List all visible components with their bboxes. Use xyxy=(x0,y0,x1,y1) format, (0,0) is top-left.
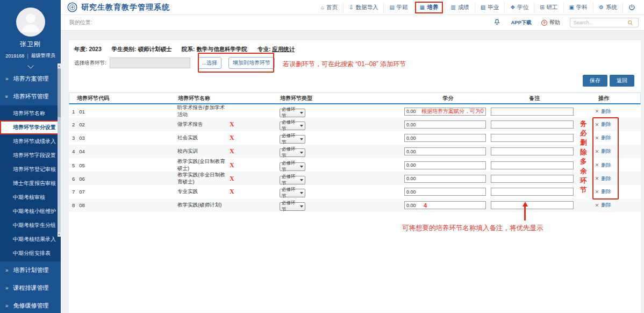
sidebar-subitem-phase-score-entry[interactable]: 培养环节成绩录入 xyxy=(0,134,61,148)
note-input[interactable] xyxy=(491,175,574,183)
save-button[interactable]: 保存 xyxy=(583,75,607,87)
delete-link[interactable]: 删除 xyxy=(601,134,611,141)
sidebar-subitem-midterm-audit[interactable]: 中期考核审核 xyxy=(0,190,61,204)
row-index: 3 xyxy=(72,135,75,141)
note-input[interactable] xyxy=(491,147,574,155)
chevron-right-icon: » xyxy=(5,285,9,291)
nav-item-degree[interactable]: ❖ 学位 xyxy=(504,2,534,13)
chevron-right-icon: » xyxy=(5,267,9,273)
scrollbar-thumb[interactable] xyxy=(58,69,61,117)
delete-link[interactable]: 删除 xyxy=(601,148,611,155)
credit-input[interactable] xyxy=(404,201,486,209)
note-input[interactable] xyxy=(491,161,574,169)
sidebar-subitem-phase-field-setting[interactable]: 培养环节字段设置 xyxy=(0,148,61,162)
credit-input[interactable] xyxy=(404,175,486,183)
search-icon[interactable] xyxy=(627,20,633,26)
app-download-link[interactable]: APP下载 xyxy=(511,19,532,26)
search-input[interactable] xyxy=(574,20,627,25)
search-box xyxy=(570,18,639,27)
sidebar-item-training-phase-mgmt[interactable]: » 培养环节管理 xyxy=(0,88,61,105)
avatar[interactable] xyxy=(16,8,45,37)
credit-input[interactable] xyxy=(404,147,486,155)
note-input[interactable] xyxy=(491,201,574,209)
phase-table: 培养环节代码 培养环节名称 培养环节类型 学分 备注 操作 101 听学术报告/… xyxy=(69,93,641,212)
notification-bell-button[interactable] xyxy=(493,17,501,28)
col-header-action: 操作 xyxy=(578,95,641,102)
sidebar-subitem-phd-annual-report[interactable]: 博士年度报告审核 xyxy=(0,176,61,190)
note-input[interactable] xyxy=(491,134,574,142)
choose-button[interactable]: ...选择 xyxy=(198,57,221,69)
col-header-name: 培养环节名称 xyxy=(178,95,230,102)
delete-link[interactable]: 删除 xyxy=(601,108,611,115)
credit-input[interactable] xyxy=(404,188,486,196)
scroll-down-icon[interactable]: ▼ xyxy=(58,232,61,237)
sidebar-subitem-phase-register-audit[interactable]: 培养环节登记审核 xyxy=(0,162,61,176)
delete-link[interactable]: 删除 xyxy=(601,162,611,169)
phase-type-select[interactable]: 必修环节 xyxy=(280,176,305,184)
annotation-x-mark: X xyxy=(230,134,280,142)
nav-item-research-work[interactable]: ⊞ 研工 xyxy=(534,2,563,13)
nav-item-data-import[interactable]: ⇩ 数据导入 xyxy=(343,2,383,13)
sidebar-submenu: 培养环节名称 培养环节学分设置 培养环节成绩录入 培养环节字段设置 培养环节登记… xyxy=(0,105,61,261)
col-header-type: 培养环节类型 xyxy=(280,95,405,102)
scroll-up-icon[interactable]: ▲ xyxy=(58,63,61,68)
note-input[interactable] xyxy=(491,108,574,116)
note-input[interactable] xyxy=(491,188,574,196)
phase-type-select[interactable]: 必修环节 xyxy=(280,162,305,171)
nav-item-student-roll[interactable]: ▤ 学籍 xyxy=(383,2,413,13)
note-input[interactable] xyxy=(491,120,574,129)
phase-type-select[interactable]: 必修环节 xyxy=(280,122,305,130)
delete-link[interactable]: 删除 xyxy=(601,175,611,182)
phase-name: 教学实践(硕师计划) xyxy=(177,202,230,209)
credit-input[interactable] xyxy=(404,134,486,142)
nav-item-home[interactable]: ⌂ 首页 xyxy=(316,2,343,13)
annotation-x-mark: X xyxy=(230,175,280,183)
sidebar-scrollbar[interactable]: ▲ ▼ xyxy=(58,63,61,237)
phase-type-select[interactable]: 必修环节 xyxy=(280,135,305,144)
phase-name: 听学术报告/参加学术活动 xyxy=(177,104,230,118)
phase-type-select[interactable]: 必修环节 xyxy=(280,189,305,197)
phase-name: 教学实践(非全日制教育硕士) xyxy=(177,172,230,186)
sidebar-item-label: 免修缓修管理 xyxy=(13,302,49,310)
delete-link[interactable]: 删除 xyxy=(601,188,611,195)
logout-button[interactable] xyxy=(622,2,640,13)
annotation-add-hint: 若误删环节，可在此搜索 “01--08” 添加环节 xyxy=(283,60,406,69)
credit-input[interactable] xyxy=(404,108,486,116)
sidebar-subitem-midterm-group-maintain[interactable]: 中期考核小组维护 xyxy=(0,204,61,218)
delete-link[interactable]: 删除 xyxy=(601,121,611,128)
sidebar-item-label: 培养计划管理 xyxy=(13,266,49,274)
sidebar-subitem-midterm-student-group[interactable]: 中期考核学生分组 xyxy=(0,218,61,232)
help-icon: ? xyxy=(541,20,547,26)
sidebar-item-training-schedule-mgmt[interactable]: » 培养计划管理 xyxy=(0,261,61,279)
phase-type-select[interactable]: 必修环节 xyxy=(280,109,305,117)
nav-item-graduation[interactable]: ▧ 毕业 xyxy=(475,2,504,13)
sidebar-subitem-phase-credit-setting[interactable]: 培养环节学分设置 xyxy=(0,120,61,134)
sidebar-subitem-midterm-result-entry[interactable]: 中期考核结果录入 xyxy=(0,232,61,246)
row-index: 2 xyxy=(72,122,75,127)
delete-link[interactable]: 删除 xyxy=(601,202,611,209)
nav-item-cultivation[interactable]: ▦ 培养 xyxy=(415,2,443,13)
phase-picker-input[interactable] xyxy=(110,58,190,68)
credit-input[interactable] xyxy=(404,120,486,129)
nav-label: 研工 xyxy=(547,4,558,11)
nav-item-grades[interactable]: ▥ 成绩 xyxy=(445,2,474,13)
sidebar-item-course-scheduling-mgmt[interactable]: » 课程排课管理 xyxy=(0,279,61,297)
chevron-down-icon[interactable] xyxy=(27,62,33,68)
sidebar-subitem-phase-name[interactable]: 培养环节名称 xyxy=(0,106,61,120)
nav-item-discipline[interactable]: ▣ 学科 xyxy=(563,2,593,13)
phase-type-select[interactable]: 必修环节 xyxy=(280,148,305,157)
credit-input[interactable] xyxy=(404,161,486,169)
add-to-phase-button[interactable]: 增加到培养环节 xyxy=(228,57,275,69)
nav-item-system[interactable]: ⚙ 系统 xyxy=(593,2,622,13)
user-meta: 2019168 | 超级管理员 xyxy=(0,52,61,59)
row-index: 1 xyxy=(72,109,75,115)
help-button[interactable]: ? 帮助 xyxy=(541,19,560,26)
sidebar-item-training-plan-mgmt[interactable]: » 培养方案管理 xyxy=(0,70,61,88)
sidebar-subitem-midterm-schedule[interactable]: 中期分组安排表 xyxy=(0,246,61,260)
phase-type-select[interactable]: 必修环节 xyxy=(280,202,305,211)
year-value: 2023 xyxy=(89,46,101,52)
table-row: 101 听学术报告/参加学术活动 必修环节 根据培养方案赋分，可为0 ✕删除 xyxy=(69,104,641,118)
nav-label: 毕业 xyxy=(488,4,499,11)
back-button[interactable]: 返回 xyxy=(610,75,634,87)
sidebar-item-exemption-mgmt[interactable]: » 免修缓修管理 xyxy=(0,297,61,313)
